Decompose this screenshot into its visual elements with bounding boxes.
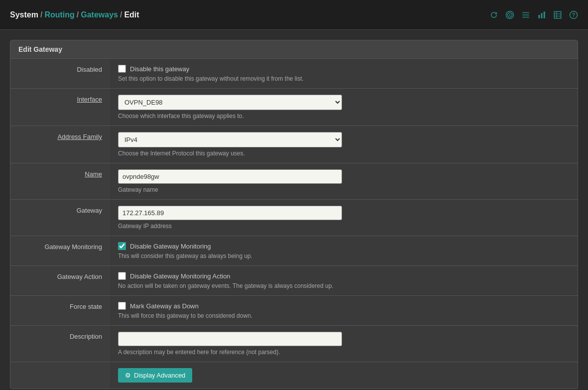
- gateway-action-label: Gateway Action: [57, 273, 102, 280]
- gateway-label: Gateway: [77, 207, 102, 214]
- gateway-monitoring-label-cell: Gateway Monitoring: [10, 236, 110, 266]
- help-icon[interactable]: ?: [569, 10, 578, 19]
- gateway-help: Gateway IP address: [118, 223, 570, 230]
- description-row: Description A description may be entered…: [10, 326, 578, 362]
- disabled-checkbox-label[interactable]: Disable this gateway: [130, 65, 189, 73]
- force-state-label-cell: Force state: [10, 296, 110, 326]
- address-family-select[interactable]: IPv4 IPv6: [118, 132, 342, 147]
- svg-text:?: ?: [572, 12, 575, 18]
- interface-label-cell: Interface: [10, 89, 110, 126]
- list-icon[interactable]: [521, 10, 530, 19]
- svg-point-2: [509, 14, 511, 15]
- gateway-monitoring-label: Gateway Monitoring: [44, 243, 102, 251]
- svg-rect-4: [522, 14, 529, 15]
- force-state-label: Force state: [70, 303, 102, 310]
- breadcrumb-gateways[interactable]: Gateways: [81, 10, 118, 19]
- gateway-action-checkbox[interactable]: [118, 272, 126, 280]
- gateway-label-cell: Gateway: [10, 200, 110, 236]
- gateway-monitoring-row: Gateway Monitoring Disable Gateway Monit…: [10, 236, 578, 266]
- force-state-help: This will force this gateway to be consi…: [118, 312, 570, 319]
- description-help: A description may be entered here for re…: [118, 349, 570, 356]
- main-content: Edit Gateway Disabled Disable this gatew…: [0, 30, 588, 390]
- form-table: Disabled Disable this gateway Set this o…: [10, 59, 578, 389]
- gear-icon: [125, 372, 131, 379]
- name-help: Gateway name: [118, 186, 570, 193]
- svg-rect-6: [538, 15, 540, 18]
- gateway-action-content: Disable Gateway Monitoring Action No act…: [110, 266, 578, 296]
- gateway-action-help: No action will be taken on gateway event…: [118, 282, 570, 289]
- disabled-content: Disable this gateway Set this option to …: [110, 59, 578, 89]
- breadcrumb-system: System: [10, 10, 38, 19]
- address-family-help: Choose the Internet Protocol this gatewa…: [118, 150, 570, 157]
- address-family-row: Address Family IPv4 IPv6 Choose the Inte…: [10, 126, 578, 163]
- interface-label[interactable]: Interface: [77, 96, 102, 103]
- force-state-checkbox-label[interactable]: Mark Gateway as Down: [130, 302, 199, 310]
- name-input[interactable]: [118, 169, 342, 184]
- breadcrumb-sep1: /: [40, 10, 42, 19]
- force-state-checkbox[interactable]: [118, 302, 126, 310]
- svg-rect-5: [522, 17, 529, 18]
- description-content: A description may be entered here for re…: [110, 326, 578, 362]
- svg-rect-9: [554, 11, 561, 18]
- force-state-row: Force state Mark Gateway as Down This wi…: [10, 296, 578, 326]
- gateway-action-row: Gateway Action Disable Gateway Monitorin…: [10, 266, 578, 296]
- breadcrumb-sep3: /: [120, 10, 122, 19]
- description-input[interactable]: [118, 332, 342, 346]
- display-advanced-label-cell: [10, 362, 110, 389]
- target-icon[interactable]: [505, 10, 514, 19]
- table-icon[interactable]: [553, 10, 562, 19]
- gateway-monitoring-checkbox-label[interactable]: Disable Gateway Monitoring: [130, 243, 211, 250]
- edit-gateway-card: Edit Gateway Disabled Disable this gatew…: [10, 40, 578, 389]
- gateway-monitoring-checkbox[interactable]: [118, 242, 126, 250]
- address-family-content: IPv4 IPv6 Choose the Internet Protocol t…: [110, 126, 578, 163]
- description-label: Description: [70, 333, 102, 340]
- interface-row: Interface OVPN_DE98 Choose which interfa…: [10, 89, 578, 126]
- name-content: Gateway name: [110, 163, 578, 200]
- gateway-input[interactable]: [118, 206, 342, 220]
- breadcrumb-sep2: /: [77, 10, 79, 19]
- display-advanced-row: Display Advanced: [10, 362, 578, 389]
- topbar: System / Routing / Gateways / Edit ?: [0, 0, 588, 30]
- gateway-monitoring-content: Disable Gateway Monitoring This will con…: [110, 236, 578, 266]
- disabled-help: Set this option to disable this gateway …: [118, 75, 570, 82]
- disabled-checkbox[interactable]: [118, 65, 126, 73]
- force-state-checkbox-row: Mark Gateway as Down: [118, 302, 570, 310]
- gateway-monitoring-checkbox-row: Disable Gateway Monitoring: [118, 242, 570, 250]
- topbar-icons: ?: [489, 10, 578, 19]
- breadcrumb-edit: Edit: [124, 10, 139, 19]
- gateway-action-checkbox-label[interactable]: Disable Gateway Monitoring Action: [130, 272, 231, 280]
- disabled-label: Disabled: [10, 59, 110, 89]
- force-state-content: Mark Gateway as Down This will force thi…: [110, 296, 578, 326]
- name-label-cell: Name: [10, 163, 110, 200]
- gateway-action-label-cell: Gateway Action: [10, 266, 110, 296]
- breadcrumb: System / Routing / Gateways / Edit: [10, 10, 139, 19]
- display-advanced-button[interactable]: Display Advanced: [118, 368, 192, 383]
- address-family-label-cell: Address Family: [10, 126, 110, 163]
- svg-rect-8: [544, 11, 545, 18]
- name-row: Name Gateway name: [10, 163, 578, 200]
- disabled-checkbox-row: Disable this gateway: [118, 65, 570, 73]
- interface-content: OVPN_DE98 Choose which interface this ga…: [110, 89, 578, 126]
- display-advanced-content: Display Advanced: [110, 362, 578, 389]
- gateway-monitoring-help: This will consider this gateway as alway…: [118, 253, 570, 260]
- description-label-cell: Description: [10, 326, 110, 362]
- gateway-content: Gateway IP address: [110, 200, 578, 236]
- breadcrumb-routing[interactable]: Routing: [44, 10, 74, 19]
- reload-icon[interactable]: [489, 10, 498, 19]
- interface-help: Choose which interface this gateway appl…: [118, 113, 570, 120]
- chart-icon[interactable]: [537, 10, 546, 19]
- svg-rect-3: [522, 12, 529, 13]
- svg-rect-7: [541, 13, 543, 18]
- disabled-row: Disabled Disable this gateway Set this o…: [10, 59, 578, 89]
- name-label[interactable]: Name: [85, 170, 102, 178]
- display-advanced-label: Display Advanced: [134, 372, 185, 379]
- gateway-action-checkbox-row: Disable Gateway Monitoring Action: [118, 272, 570, 280]
- address-family-label[interactable]: Address Family: [57, 133, 102, 140]
- interface-select[interactable]: OVPN_DE98: [118, 95, 342, 110]
- card-header: Edit Gateway: [10, 40, 578, 59]
- gateway-row: Gateway Gateway IP address: [10, 200, 578, 236]
